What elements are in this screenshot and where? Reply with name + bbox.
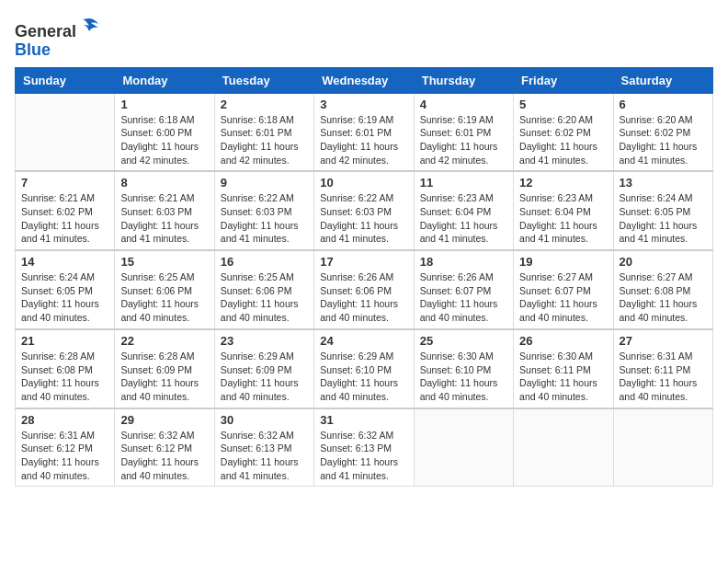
logo-bird-icon <box>78 15 100 37</box>
day-number: 2 <box>221 98 308 111</box>
day-number: 20 <box>620 255 707 269</box>
day-info: Sunrise: 6:22 AMSunset: 6:03 PMDaylight:… <box>320 191 407 246</box>
calendar-day-cell <box>414 408 513 487</box>
day-info: Sunrise: 6:28 AMSunset: 6:09 PMDaylight:… <box>120 350 208 404</box>
calendar-day-cell: 27Sunrise: 6:31 AMSunset: 6:11 PMDayligh… <box>613 329 712 408</box>
day-info: Sunrise: 6:18 AMSunset: 6:01 PMDaylight:… <box>221 113 308 167</box>
calendar-week-row: 14Sunrise: 6:24 AMSunset: 6:05 PMDayligh… <box>16 250 713 329</box>
day-number: 19 <box>519 255 607 269</box>
weekday-header-row: SundayMondayTuesdayWednesdayThursdayFrid… <box>16 67 713 93</box>
day-number: 17 <box>320 255 407 269</box>
calendar-day-cell: 25Sunrise: 6:30 AMSunset: 6:10 PMDayligh… <box>414 329 513 408</box>
day-info: Sunrise: 6:23 AMSunset: 6:04 PMDaylight:… <box>420 191 507 246</box>
day-number: 10 <box>320 176 407 190</box>
day-info: Sunrise: 6:21 AMSunset: 6:02 PMDaylight:… <box>21 191 108 246</box>
calendar-day-cell: 7Sunrise: 6:21 AMSunset: 6:02 PMDaylight… <box>16 171 115 250</box>
calendar-day-cell: 15Sunrise: 6:25 AMSunset: 6:06 PMDayligh… <box>115 250 214 329</box>
calendar-day-cell: 26Sunrise: 6:30 AMSunset: 6:11 PMDayligh… <box>514 329 613 408</box>
calendar-day-cell: 23Sunrise: 6:29 AMSunset: 6:09 PMDayligh… <box>214 329 313 408</box>
day-info: Sunrise: 6:22 AMSunset: 6:03 PMDaylight:… <box>221 191 308 246</box>
day-info: Sunrise: 6:30 AMSunset: 6:10 PMDaylight:… <box>420 350 507 404</box>
day-number: 5 <box>519 98 607 111</box>
day-info: Sunrise: 6:32 AMSunset: 6:13 PMDaylight:… <box>221 429 308 483</box>
day-number: 15 <box>120 255 208 269</box>
day-number: 26 <box>519 334 607 348</box>
calendar-day-cell: 6Sunrise: 6:20 AMSunset: 6:02 PMDaylight… <box>613 93 712 171</box>
day-number: 18 <box>420 255 507 269</box>
day-number: 30 <box>221 413 308 427</box>
day-number: 22 <box>120 334 208 348</box>
day-info: Sunrise: 6:30 AMSunset: 6:11 PMDaylight:… <box>519 350 607 404</box>
day-info: Sunrise: 6:26 AMSunset: 6:06 PMDaylight:… <box>320 270 407 325</box>
calendar-day-cell: 21Sunrise: 6:28 AMSunset: 6:08 PMDayligh… <box>16 329 115 408</box>
calendar-day-cell: 14Sunrise: 6:24 AMSunset: 6:05 PMDayligh… <box>16 250 115 329</box>
calendar-day-cell <box>514 408 613 487</box>
calendar-day-cell: 13Sunrise: 6:24 AMSunset: 6:05 PMDayligh… <box>613 171 712 250</box>
day-info: Sunrise: 6:18 AMSunset: 6:00 PMDaylight:… <box>120 113 208 167</box>
day-info: Sunrise: 6:32 AMSunset: 6:13 PMDaylight:… <box>320 429 407 483</box>
day-number: 21 <box>21 334 108 348</box>
calendar-day-cell: 4Sunrise: 6:19 AMSunset: 6:01 PMDaylight… <box>414 93 513 171</box>
calendar-day-cell: 9Sunrise: 6:22 AMSunset: 6:03 PMDaylight… <box>214 171 313 250</box>
calendar-day-cell: 3Sunrise: 6:19 AMSunset: 6:01 PMDaylight… <box>314 93 414 171</box>
day-number: 8 <box>120 176 208 190</box>
calendar-week-row: 7Sunrise: 6:21 AMSunset: 6:02 PMDaylight… <box>16 171 713 250</box>
day-number: 16 <box>221 255 308 269</box>
page-header: General Blue <box>15 15 713 60</box>
calendar-day-cell: 1Sunrise: 6:18 AMSunset: 6:00 PMDaylight… <box>115 93 214 171</box>
day-info: Sunrise: 6:24 AMSunset: 6:05 PMDaylight:… <box>620 191 707 246</box>
calendar-day-cell: 18Sunrise: 6:26 AMSunset: 6:07 PMDayligh… <box>414 250 513 329</box>
logo: General Blue <box>15 15 100 60</box>
calendar-week-row: 1Sunrise: 6:18 AMSunset: 6:00 PMDaylight… <box>16 93 713 171</box>
day-number: 28 <box>21 413 108 427</box>
day-info: Sunrise: 6:29 AMSunset: 6:09 PMDaylight:… <box>221 350 308 404</box>
calendar-day-cell: 29Sunrise: 6:32 AMSunset: 6:12 PMDayligh… <box>115 408 214 487</box>
calendar-day-cell: 22Sunrise: 6:28 AMSunset: 6:09 PMDayligh… <box>115 329 214 408</box>
day-info: Sunrise: 6:19 AMSunset: 6:01 PMDaylight:… <box>420 113 507 167</box>
weekday-header-thursday: Thursday <box>414 67 513 93</box>
calendar-week-row: 28Sunrise: 6:31 AMSunset: 6:12 PMDayligh… <box>16 408 713 487</box>
day-info: Sunrise: 6:20 AMSunset: 6:02 PMDaylight:… <box>519 113 607 167</box>
calendar-week-row: 21Sunrise: 6:28 AMSunset: 6:08 PMDayligh… <box>16 329 713 408</box>
day-number: 27 <box>620 334 707 348</box>
calendar-day-cell: 10Sunrise: 6:22 AMSunset: 6:03 PMDayligh… <box>314 171 414 250</box>
calendar-day-cell: 12Sunrise: 6:23 AMSunset: 6:04 PMDayligh… <box>514 171 613 250</box>
day-info: Sunrise: 6:32 AMSunset: 6:12 PMDaylight:… <box>120 429 208 483</box>
logo-general: General <box>15 22 76 40</box>
day-number: 24 <box>320 334 407 348</box>
day-info: Sunrise: 6:31 AMSunset: 6:11 PMDaylight:… <box>620 350 707 404</box>
day-number: 12 <box>519 176 607 190</box>
day-number: 23 <box>221 334 308 348</box>
day-info: Sunrise: 6:21 AMSunset: 6:03 PMDaylight:… <box>120 191 208 246</box>
day-info: Sunrise: 6:28 AMSunset: 6:08 PMDaylight:… <box>21 350 108 404</box>
day-number: 29 <box>120 413 208 427</box>
day-number: 9 <box>221 176 308 190</box>
day-number: 13 <box>620 176 707 190</box>
weekday-header-wednesday: Wednesday <box>314 67 414 93</box>
day-info: Sunrise: 6:23 AMSunset: 6:04 PMDaylight:… <box>519 191 607 246</box>
calendar-table: SundayMondayTuesdayWednesdayThursdayFrid… <box>15 67 713 488</box>
logo-blue: Blue <box>15 40 51 59</box>
weekday-header-saturday: Saturday <box>613 67 712 93</box>
day-info: Sunrise: 6:26 AMSunset: 6:07 PMDaylight:… <box>420 270 507 325</box>
weekday-header-monday: Monday <box>115 67 214 93</box>
calendar-day-cell: 11Sunrise: 6:23 AMSunset: 6:04 PMDayligh… <box>414 171 513 250</box>
weekday-header-tuesday: Tuesday <box>214 67 313 93</box>
day-number: 1 <box>120 98 208 111</box>
calendar-day-cell: 31Sunrise: 6:32 AMSunset: 6:13 PMDayligh… <box>314 408 414 487</box>
calendar-day-cell: 30Sunrise: 6:32 AMSunset: 6:13 PMDayligh… <box>214 408 313 487</box>
day-info: Sunrise: 6:25 AMSunset: 6:06 PMDaylight:… <box>221 270 308 325</box>
day-info: Sunrise: 6:31 AMSunset: 6:12 PMDaylight:… <box>21 429 108 483</box>
day-number: 6 <box>620 98 707 111</box>
weekday-header-sunday: Sunday <box>16 67 115 93</box>
calendar-day-cell <box>613 408 712 487</box>
day-number: 11 <box>420 176 507 190</box>
day-info: Sunrise: 6:25 AMSunset: 6:06 PMDaylight:… <box>120 270 208 325</box>
day-number: 25 <box>420 334 507 348</box>
calendar-day-cell: 24Sunrise: 6:29 AMSunset: 6:10 PMDayligh… <box>314 329 414 408</box>
calendar-day-cell: 17Sunrise: 6:26 AMSunset: 6:06 PMDayligh… <box>314 250 414 329</box>
calendar-day-cell: 8Sunrise: 6:21 AMSunset: 6:03 PMDaylight… <box>115 171 214 250</box>
calendar-day-cell: 19Sunrise: 6:27 AMSunset: 6:07 PMDayligh… <box>514 250 613 329</box>
day-info: Sunrise: 6:20 AMSunset: 6:02 PMDaylight:… <box>620 113 707 167</box>
day-info: Sunrise: 6:27 AMSunset: 6:08 PMDaylight:… <box>620 270 707 325</box>
